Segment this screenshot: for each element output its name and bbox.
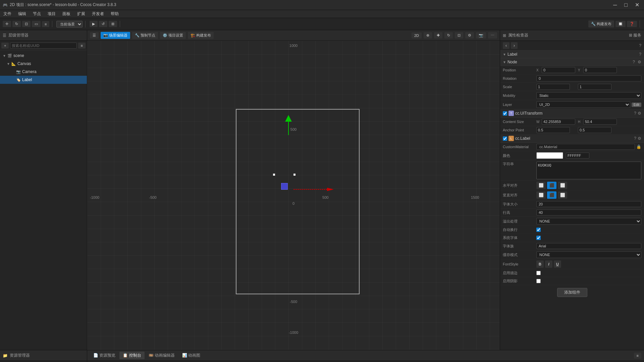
add-component-btn[interactable]: 添加组件 [557, 288, 587, 297]
reload-btn[interactable]: ↺ [99, 21, 107, 27]
help-btn[interactable]: ❓ [627, 21, 637, 27]
cclabel-checkbox[interactable] [503, 136, 507, 141]
scene-menu-more[interactable]: ⋯ [488, 32, 497, 39]
cclabel-help[interactable]: ? [634, 136, 636, 141]
uitransform-checkbox[interactable] [503, 111, 507, 116]
minimize-btn[interactable]: ─ [611, 1, 619, 9]
tree-item-camera[interactable]: ▶ 📷 Camera [0, 68, 87, 76]
line-height-input[interactable] [536, 209, 641, 216]
move-scene-tool[interactable]: ✚ [434, 32, 442, 39]
tab-console[interactable]: 📋 控制台 [119, 352, 144, 359]
scale-y-input[interactable] [578, 84, 611, 90]
scale-scene-tool[interactable]: ⊡ [455, 32, 463, 39]
cclabel-header[interactable]: L cc.Label ? ⚙ [500, 134, 644, 143]
rotation-input[interactable] [536, 75, 641, 81]
step-btn[interactable]: ⊞ [109, 21, 117, 27]
shadow-checkbox[interactable] [536, 279, 541, 283]
tree-item-scene[interactable]: ▼ 🎬 scene [0, 52, 87, 60]
bold-btn[interactable]: B [536, 260, 544, 268]
scene-menu-btn[interactable]: ☰ [90, 32, 99, 39]
rotate-scene-tool[interactable]: ↻ [444, 32, 453, 39]
mobility-select[interactable]: Static [536, 92, 641, 99]
select-tool[interactable]: ⊕ [424, 32, 432, 39]
label-section-header[interactable]: ▼ Label ? [500, 51, 644, 58]
underline-btn[interactable]: U [554, 260, 561, 268]
screenshot-btn[interactable]: 📷 [476, 32, 486, 39]
scene-settings-btn[interactable]: ⚙ [465, 32, 474, 39]
prop-help-icon[interactable]: ? [639, 43, 641, 48]
menu-edit[interactable]: 编辑 [15, 10, 30, 18]
menu-help[interactable]: 帮助 [107, 10, 122, 18]
console-panel-menu[interactable]: ≡ [634, 353, 641, 359]
color-hex-input[interactable] [566, 153, 589, 159]
anchor-point-value [536, 127, 641, 133]
v-align-middle-btn[interactable]: ⬛ [547, 191, 556, 199]
tab-project-settings[interactable]: ⚙️ 项目设置 [160, 32, 186, 39]
2d-mode-btn[interactable]: 2D [412, 33, 422, 39]
scale-tool[interactable]: ⊡ [22, 21, 31, 27]
h-align-center-btn[interactable]: ⬛ [547, 182, 556, 189]
tab-prefab-editor[interactable]: 🔧 预制节点 [132, 32, 158, 39]
menu-node[interactable]: 节点 [30, 10, 44, 18]
prop-forward-btn[interactable]: › [511, 42, 518, 49]
cache-mode-select[interactable]: NONE [536, 251, 641, 258]
v-align-bottom-btn[interactable]: ⬜ [558, 191, 567, 199]
tree-item-canvas[interactable]: ▼ 📐 Canvas [0, 60, 87, 68]
h-align-right-btn[interactable]: ⬜ [558, 182, 567, 189]
anchor-y-input[interactable] [578, 127, 611, 133]
prop-back-btn[interactable]: ‹ [503, 42, 509, 49]
hierarchy-add-btn[interactable]: + [1, 43, 9, 49]
play-btn[interactable]: ▶ [90, 21, 98, 27]
publish-btn[interactable]: 🔧 构建发布 [588, 20, 614, 27]
anchor-x-input[interactable] [536, 127, 570, 133]
outline-checkbox[interactable] [536, 271, 541, 275]
node-section-header[interactable]: ▼ Node ? ⚙ [500, 58, 644, 66]
cocos-btn[interactable]: 🔲 [615, 21, 626, 27]
system-font-checkbox[interactable] [536, 236, 541, 240]
menu-dev[interactable]: 开发者 [89, 10, 107, 18]
font-string-textarea[interactable]: KUOKUQ [538, 163, 640, 177]
tree-item-label[interactable]: ▶ 🏷️ Label [0, 76, 87, 84]
h-align-left-btn[interactable]: ⬜ [536, 182, 546, 189]
uitransform-settings[interactable]: ⚙ [638, 111, 641, 116]
label-section-help[interactable]: ? [639, 52, 641, 57]
overflow-select[interactable]: NONE [536, 218, 641, 225]
maximize-btn[interactable]: □ [622, 1, 630, 9]
font-size-input[interactable] [536, 201, 641, 207]
menu-file[interactable]: 文件 [0, 10, 15, 18]
position-y-input[interactable] [583, 67, 617, 73]
auto-newline-checkbox[interactable] [536, 228, 541, 232]
menu-project[interactable]: 项目 [44, 10, 59, 18]
layer-edit-btn[interactable]: Edit [632, 103, 641, 107]
content-h-input[interactable] [583, 119, 617, 125]
tab-animation-editor[interactable]: 🎞️ 动画编辑器 [145, 352, 178, 359]
hierarchy-search[interactable] [10, 43, 76, 49]
scale-x-input[interactable] [536, 84, 570, 90]
scene-dropdown[interactable]: 当前场景 [56, 21, 83, 27]
color-swatch[interactable] [536, 152, 563, 159]
tab-asset-preview[interactable]: 📄 资源预览 [90, 352, 119, 359]
italic-btn[interactable]: I [545, 260, 552, 268]
font-family-input[interactable] [536, 243, 641, 249]
menu-extend[interactable]: 扩展 [74, 10, 89, 18]
position-x-input[interactable] [542, 67, 575, 73]
move-tool[interactable]: ✛ [3, 21, 11, 27]
node-section-settings[interactable]: ⚙ [638, 60, 641, 64]
node-section-help[interactable]: ? [633, 60, 635, 64]
uitransform-header[interactable]: T cc.UITransform ? ⚙ [500, 109, 644, 118]
layer-select[interactable]: UI_2D [536, 101, 630, 108]
cclabel-settings[interactable]: ⚙ [638, 136, 641, 141]
tab-scene-editor[interactable]: 📷 场景编辑器 [101, 32, 130, 39]
uitransform-help[interactable]: ? [634, 111, 636, 116]
menu-panel[interactable]: 面板 [59, 10, 74, 18]
rotate-tool[interactable]: ↻ [12, 21, 21, 27]
tab-build-publish[interactable]: 🏗️ 构建发布 [188, 32, 214, 39]
v-align-top-btn[interactable]: ⬜ [536, 191, 546, 199]
scene-canvas[interactable]: 1000 500 0 -500 -1000 -1000 -500 500 150… [87, 41, 500, 350]
multi-tool[interactable]: ≡ [42, 21, 49, 27]
rect-tool[interactable]: ▭ [32, 21, 41, 27]
tab-animation-graph[interactable]: 📊 动画图 [179, 352, 204, 359]
content-w-input[interactable] [542, 119, 575, 125]
hierarchy-menu-btn[interactable]: ≡ [78, 43, 86, 49]
close-btn[interactable]: ✕ [633, 1, 641, 9]
